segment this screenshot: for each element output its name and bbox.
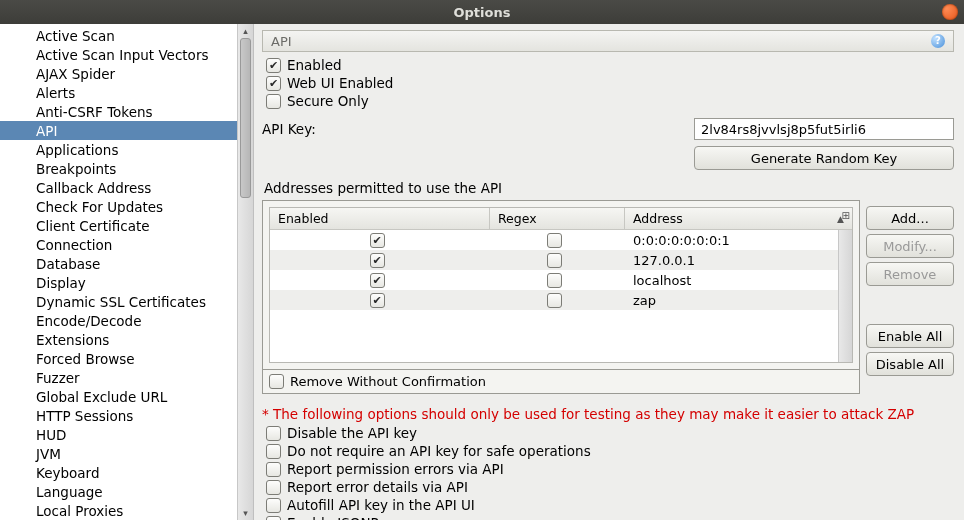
- disable-all-button[interactable]: Disable All: [866, 352, 954, 376]
- sidebar-item-active-scan-input-vectors[interactable]: Active Scan Input Vectors: [0, 45, 237, 64]
- checkbox-enabled[interactable]: [266, 58, 281, 73]
- warning-text: * The following options should only be u…: [262, 406, 954, 422]
- sidebar-item-api[interactable]: API: [0, 121, 237, 140]
- row-enabled-checkbox[interactable]: [370, 233, 385, 248]
- enable-all-button[interactable]: Enable All: [866, 324, 954, 348]
- th-enabled[interactable]: Enabled: [270, 208, 490, 229]
- table-row[interactable]: 127.0.0.1: [270, 250, 852, 270]
- label-disable-the-api-key: Disable the API key: [287, 425, 417, 441]
- label-remove-without-confirmation: Remove Without Confirmation: [290, 374, 486, 389]
- table-row[interactable]: 0:0:0:0:0:0:0:1: [270, 230, 852, 250]
- sidebar-item-dynamic-ssl-certificates[interactable]: Dynamic SSL Certificates: [0, 292, 237, 311]
- sidebar-item-keyboard[interactable]: Keyboard: [0, 463, 237, 482]
- sidebar-item-http-sessions[interactable]: HTTP Sessions: [0, 406, 237, 425]
- label-do-not-require-an-api-key-for-safe-operations: Do not require an API key for safe opera…: [287, 443, 591, 459]
- help-icon[interactable]: ?: [931, 34, 945, 48]
- row-address: localhost: [625, 273, 852, 288]
- checkbox-report-error-details-via-api[interactable]: [266, 480, 281, 495]
- checkbox-autofill-api-key-in-the-api-ui[interactable]: [266, 498, 281, 513]
- row-regex-checkbox[interactable]: [547, 273, 562, 288]
- label-autofill-api-key-in-the-api-ui: Autofill API key in the API UI: [287, 497, 475, 513]
- label-enable-jsonp: Enable JSONP: [287, 515, 379, 520]
- sidebar-item-extensions[interactable]: Extensions: [0, 330, 237, 349]
- row-address: 127.0.0.1: [625, 253, 852, 268]
- scrollbar-thumb[interactable]: [240, 38, 251, 198]
- checkbox-do-not-require-an-api-key-for-safe-operations[interactable]: [266, 444, 281, 459]
- sidebar-item-fuzzer[interactable]: Fuzzer: [0, 368, 237, 387]
- sidebar-item-alerts[interactable]: Alerts: [0, 83, 237, 102]
- window-title: Options: [454, 5, 511, 20]
- row-enabled-checkbox[interactable]: [370, 273, 385, 288]
- sidebar-item-ajax-spider[interactable]: AJAX Spider: [0, 64, 237, 83]
- label-report-error-details-via-api: Report error details via API: [287, 479, 468, 495]
- row-regex-checkbox[interactable]: [547, 293, 562, 308]
- modify-button[interactable]: Modify...: [866, 234, 954, 258]
- label-secure-only: Secure Only: [287, 93, 369, 109]
- sidebar-item-local-proxies[interactable]: Local Proxies: [0, 501, 237, 520]
- panel-title: API: [271, 34, 292, 49]
- sidebar-item-breakpoints[interactable]: Breakpoints: [0, 159, 237, 178]
- checkbox-report-permission-errors-via-api[interactable]: [266, 462, 281, 477]
- panel-header: API ?: [262, 30, 954, 52]
- sidebar-item-callback-address[interactable]: Callback Address: [0, 178, 237, 197]
- sidebar-item-connection[interactable]: Connection: [0, 235, 237, 254]
- sidebar-item-language[interactable]: Language: [0, 482, 237, 501]
- checkbox-enable-jsonp[interactable]: [266, 516, 281, 521]
- label-web-ui-enabled: Web UI Enabled: [287, 75, 393, 91]
- sidebar-item-database[interactable]: Database: [0, 254, 237, 273]
- sidebar-item-hud[interactable]: HUD: [0, 425, 237, 444]
- sidebar-item-display[interactable]: Display: [0, 273, 237, 292]
- checkbox-disable-the-api-key[interactable]: [266, 426, 281, 441]
- th-address[interactable]: Address ▲ ⊞: [625, 208, 852, 229]
- addresses-table: Enabled Regex Address ▲ ⊞ 0:0:0:0:0:0:0:…: [269, 207, 853, 363]
- sidebar-item-forced-browse[interactable]: Forced Browse: [0, 349, 237, 368]
- sidebar-item-anti-csrf-tokens[interactable]: Anti-CSRF Tokens: [0, 102, 237, 121]
- sidebar-scrollbar[interactable]: ▴ ▾: [237, 24, 253, 520]
- table-row[interactable]: localhost: [270, 270, 852, 290]
- label-enabled: Enabled: [287, 57, 342, 73]
- column-config-icon[interactable]: ⊞: [842, 210, 850, 221]
- checkbox-secure-only[interactable]: [266, 94, 281, 109]
- row-regex-checkbox[interactable]: [547, 253, 562, 268]
- sidebar-item-global-exclude-url[interactable]: Global Exclude URL: [0, 387, 237, 406]
- table-scrollbar[interactable]: [838, 230, 852, 362]
- scroll-up-icon[interactable]: ▴: [238, 24, 253, 38]
- sidebar-item-client-certificate[interactable]: Client Certificate: [0, 216, 237, 235]
- row-address: zap: [625, 293, 852, 308]
- sidebar: Active ScanActive Scan Input VectorsAJAX…: [0, 24, 254, 520]
- sidebar-item-check-for-updates[interactable]: Check For Updates: [0, 197, 237, 216]
- sidebar-item-jvm[interactable]: JVM: [0, 444, 237, 463]
- api-key-label: API Key:: [262, 121, 316, 137]
- sidebar-item-active-scan[interactable]: Active Scan: [0, 26, 237, 45]
- scroll-down-icon[interactable]: ▾: [238, 506, 253, 520]
- api-key-input[interactable]: [694, 118, 954, 140]
- row-regex-checkbox[interactable]: [547, 233, 562, 248]
- checkbox-web-ui-enabled[interactable]: [266, 76, 281, 91]
- table-row[interactable]: zap: [270, 290, 852, 310]
- close-icon[interactable]: [942, 4, 958, 20]
- generate-random-key-button[interactable]: Generate Random Key: [694, 146, 954, 170]
- sidebar-item-encode-decode[interactable]: Encode/Decode: [0, 311, 237, 330]
- sidebar-item-applications[interactable]: Applications: [0, 140, 237, 159]
- th-regex[interactable]: Regex: [490, 208, 625, 229]
- remove-button[interactable]: Remove: [866, 262, 954, 286]
- checkbox-remove-without-confirmation[interactable]: [269, 374, 284, 389]
- add-button[interactable]: Add...: [866, 206, 954, 230]
- addresses-label: Addresses permitted to use the API: [262, 180, 954, 196]
- row-enabled-checkbox[interactable]: [370, 293, 385, 308]
- row-address: 0:0:0:0:0:0:0:1: [625, 233, 852, 248]
- label-report-permission-errors-via-api: Report permission errors via API: [287, 461, 504, 477]
- row-enabled-checkbox[interactable]: [370, 253, 385, 268]
- titlebar: Options: [0, 0, 964, 24]
